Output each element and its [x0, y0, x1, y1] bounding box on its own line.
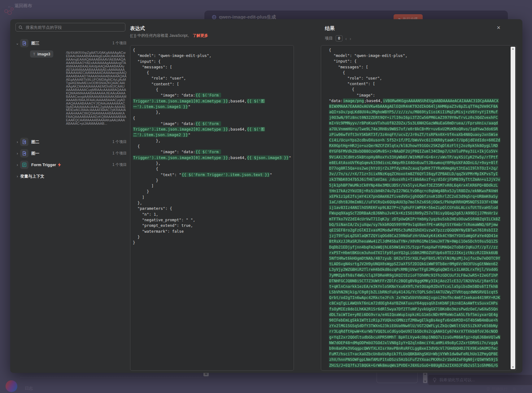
item-label: 项目: [325, 36, 333, 41]
code-line: Trigger').item.json.image2[0].mimetype }…: [133, 127, 292, 132]
result-viewer[interactable]: { "model": "qwen-image-edit-plus", "inpu…: [321, 45, 517, 371]
code-line: rr3LqRdftHpwW+KurWbTVQQ3LoCdGyoQeU9IlbSD…: [329, 329, 515, 334]
code-line: zPiw96wfVft3nYSKbRT3f/3z4nqFY/ucvZ/Jr0sZ…: [329, 132, 515, 137]
code-line: Qrbt/od2gTIn6wApc42RkcteJFch JxYWZa5bVVb…: [329, 295, 515, 300]
text-type-icon: T: [33, 52, 35, 56]
code-line: "image": "data:{{ $('Form: [133, 93, 292, 98]
code-line: ZHiS/J+EQ7fsJlBQGk+GrWk8muqWs1PVDE+J8XGz…: [329, 363, 515, 368]
code-line: 5jk1phBP7WuMkzCk0YNp48e3MDLUD5r/Vx5lyvLR…: [329, 183, 515, 188]
code-line: xEPk1z1pE2fsjmY4iX7pnOAmX6ZfivedVGvjghOQ…: [329, 194, 515, 199]
code-line: 5NftHRwt6kHOgmDtNAb/4B7zyub Q0ZoT2SrXQLF…: [329, 256, 515, 261]
learn-more-link[interactable]: 了解更多: [193, 33, 208, 38]
code-line: RX0GptHg+HRJjo+uzQerNZCFZXlqtx/kl8JhowY9…: [329, 143, 515, 149]
prev-item-button[interactable]: ‹: [345, 36, 347, 41]
code-line: {: [133, 166, 292, 172]
code-line: }: [133, 178, 292, 183]
code-line: zYx2lMG1SGSqSdDfY3TWXnGJ3kiEOUa0Nw0lU/VG…: [329, 323, 515, 329]
field-image3[interactable]: T image3: [30, 50, 53, 58]
code-line: }: [133, 240, 292, 245]
code-line: 3v//7n/s//+X/71z+3iixRNzKqqZCHoxotm8Zf6Q…: [329, 171, 515, 177]
scroll-up-icon[interactable]: ▲: [511, 47, 515, 50]
code-line: c8CxqTgLLAWQVkT6nLm72dOEgh4aYBZHATuxuY64…: [329, 300, 515, 306]
code-line: "model": "qwen-image-edit-plus",: [329, 53, 515, 58]
sidebar-item-variables-context[interactable]: › 变量与上下文: [15, 172, 127, 180]
code-line: D77og8Rl5Qa+os2wojhYzOjrZsJPfdyzKeZcauq7…: [329, 166, 515, 171]
expression-title: 表达式: [130, 25, 145, 32]
code-line: "content": [: [329, 81, 515, 87]
code-line: 1aC/dht8J0mImNi//uFVCRsQx6QUpAUU3p7molhZ…: [329, 199, 515, 205]
code-line: 0YGF6FMVdkZBxbDB8OzeGMv8S+z+NAaDF2UjP0QI…: [329, 149, 515, 154]
code-line: mI+Vc9PMNyyv/rBPoKseVTxhuUf82ZOZx/5s3L6N…: [329, 120, 515, 126]
sidebar-item-image3-node[interactable]: ⌄ 图三 1 个项目: [15, 39, 127, 47]
chevron-right-icon[interactable]: ›: [15, 163, 20, 167]
code-line: 一').item.json.image1 }}": [133, 104, 292, 110]
scroll-down-icon[interactable]: ▼: [511, 366, 515, 369]
code-line: },: [133, 161, 292, 166]
code-line: Trigger').item.json.image1[0].mimetype }…: [133, 98, 292, 104]
code-line: {: [133, 47, 292, 53]
code-line: Ci4i/Ucu+Yps2cdbvDXuso+h 5f52+1f/PI/bWvV…: [329, 137, 515, 143]
next-item-button[interactable]: ›: [350, 36, 351, 41]
code-line: DqDb21EDjyfjnn4bqFm2eWQjhL650W1AVJ5/5zpr…: [329, 244, 515, 250]
search-input[interactable]: [25, 25, 116, 30]
code-line: {: [133, 70, 292, 76]
code-line: a7OLVnmmHUru/lwe9L74eJRH8s9W8S7of/e0r8kC…: [329, 126, 515, 132]
code-line: t+qKlnCnarkk1ezEA/e3kYnloSKNxYxu6X9fLYet…: [329, 284, 515, 289]
result-pagination: 项目 0 ‹ ›: [325, 35, 351, 41]
code-line: "image":: [329, 93, 515, 98]
code-line: NW7dOEP48+dMqODPmbU7GOdJxlVN8g1yY+Q2qln8…: [329, 340, 515, 346]
code-line: },: [133, 200, 292, 206]
expression-modal: × ⌄ 图三 1 个项目 T image3 /9j/4XdKRXhpZ: [10, 19, 522, 373]
result-scrollbar[interactable]: ▲ ▼: [511, 47, 515, 369]
code-line: qEISEF8ro2gFzGlKIIvasMIModwFPD5c3uMdZGhE…: [329, 227, 515, 233]
code-line: 90IFebEmLgSkk1WTt1zRipJYUQkncGMNzzf2M8wg…: [329, 317, 515, 323]
sidebar-item-form-trigger[interactable]: › Form Trigger 1 个项目: [15, 161, 127, 169]
chevron-right-icon[interactable]: ›: [15, 140, 20, 144]
code-line: Trigger').item.json.image3[0].mimetype }…: [133, 155, 292, 161]
code-line: "parameters": {: [133, 206, 292, 211]
code-line: "input": {: [133, 59, 292, 64]
code-line: zk3TNbK0347b5J6ifHElmVIms /dsosVhi+Ti8k6…: [329, 177, 515, 182]
code-line: {: [329, 47, 515, 53]
code-line: LSbVhN2Njkig/C0g0jbZLibRNzFuXy414JG/YcTQ…: [329, 289, 515, 295]
code-line: BtRsXzJJRaSRJheoaWw4iZlJdM4SbaTYN+/X0VRG…: [329, 239, 515, 244]
code-line: j0O3wN/9Tz8nct0N32ZERt9QY+i7lI0oI6pi3TZC…: [329, 115, 515, 120]
code-line: ]: [133, 195, 292, 200]
code-line: 二').item.json.image2 }}": [133, 132, 292, 138]
code-line: },: [133, 138, 292, 144]
code-line: "image": "data:{{ $('Form: [133, 149, 292, 155]
chevron-down-icon[interactable]: ⌄: [15, 41, 20, 45]
document-output-icon: [22, 140, 27, 144]
code-line: {: [329, 87, 515, 92]
code-line: mTFTko7VZ2dI4cUrVwT71IqKJy zDTpUwQKIPrYm…: [329, 216, 515, 222]
code-line: "role": "user",: [329, 76, 515, 81]
expression-editor[interactable]: { "model": "qwen-image-edit-plus", "inpu…: [130, 45, 294, 371]
code-line: {: [133, 87, 292, 93]
chevron-right-icon[interactable]: ›: [15, 151, 20, 156]
form-trigger-icon: [22, 162, 27, 167]
field-value-preview[interactable]: /9j/4XdKRXhpZgAATU0AKgAAAAgACwEbAAUAAAAB…: [66, 51, 127, 125]
sidebar-item-image2-node[interactable]: › 图二 1 个项目: [15, 138, 127, 146]
result-title: 结果: [325, 25, 335, 32]
code-line: }: [133, 189, 292, 194]
code-line: b9n8aGPe3VGqgpcQWVfXLXIsrXmvPBnRsRFCLggB…: [329, 346, 515, 351]
code-line: dDL7aiWTIe+yREi6DG9vra/e4GIQoaWup1opkzKL…: [329, 312, 515, 317]
chevron-right-icon[interactable]: ›: [15, 174, 20, 179]
document-output-icon: [22, 41, 27, 45]
search-icon: [19, 25, 23, 29]
code-line: },: [133, 110, 292, 115]
code-line: "negative_prompt": " ",: [133, 217, 292, 223]
code-line: ]: [133, 183, 292, 189]
code-line: ij1av83Iz4ANIlhO5REKFxp9LB27P+c7g0sFFiWP…: [329, 205, 515, 210]
code-line: "prompt_extend": true,: [133, 223, 292, 228]
code-line: FuM7/hsciT+acXaUZbcUn8xUsRpik7fLUoQBKBAh…: [329, 351, 515, 357]
sidebar-item-image1-node[interactable]: › 图一 1 个项目: [15, 149, 127, 158]
code-line: "model": "qwen-image-edit-plus",: [133, 53, 292, 58]
code-line: bQ/SiNanIA/ZsjuXqw/sy7kkbROQ599YRP9v1qU8…: [329, 222, 515, 227]
code-line: L3yVjy2WZGBHiR2TlreH4bOkd8ozqPcRMBjUVwrT…: [329, 267, 515, 272]
code-line: rxP5T+HbmtBKUcm3uhod7XIlFp9lpnYQ2gLiG8HJ…: [329, 250, 515, 256]
close-button[interactable]: ×: [495, 24, 502, 31]
code-line: "data:image/png;base64,iVBORw0KGgoAAAANS…: [329, 98, 515, 104]
expression-hint: {{ }} 中的任何内容都是 JavaScript。了解更多: [130, 33, 208, 38]
node-label: 变量与上下文: [20, 174, 44, 179]
